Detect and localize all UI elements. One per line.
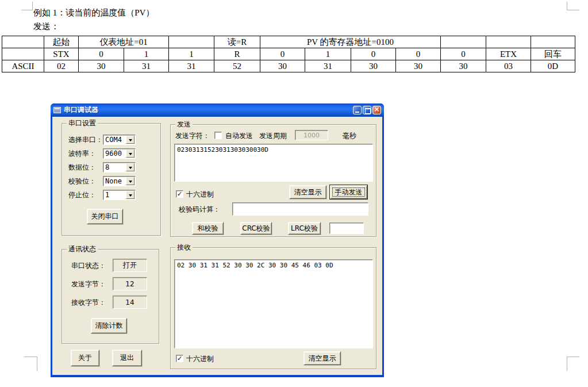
serial-settings-group: 串口设置 选择串口： COM4 波特率： 9600 数据位： 8 校验位： No… bbox=[62, 123, 161, 236]
table-cell: 31 bbox=[305, 60, 351, 72]
table-cell-start: 起始 bbox=[44, 36, 79, 48]
parity-value: None bbox=[105, 177, 122, 185]
window-client-area: 串口设置 选择串口： COM4 波特率： 9600 数据位： 8 校验位： No… bbox=[52, 117, 382, 375]
table-cell bbox=[169, 36, 214, 48]
window-titlebar[interactable]: 串口调试器 bbox=[51, 104, 384, 117]
minimize-button[interactable] bbox=[353, 106, 362, 114]
maximize-button[interactable] bbox=[363, 106, 371, 114]
data-bits-label: 数据位： bbox=[68, 163, 96, 172]
receive-hex-checkbox[interactable] bbox=[176, 355, 183, 362]
baud-rate-select[interactable]: 9600 bbox=[103, 148, 136, 159]
table-cell bbox=[486, 36, 531, 48]
parity-label: 校验位： bbox=[68, 177, 96, 186]
table-cell: 1 bbox=[305, 48, 351, 60]
table-row-chars: STX 0 1 1 R 0 1 0 0 0 ETX 回车 bbox=[2, 48, 575, 60]
crc-check-button[interactable]: CRC校验 bbox=[240, 222, 272, 235]
baud-rate-label: 波特率： bbox=[68, 149, 96, 158]
table-cell: 02 bbox=[44, 60, 79, 72]
sent-bytes-label: 发送字节： bbox=[71, 279, 106, 289]
exit-button[interactable]: 退出 bbox=[112, 350, 142, 366]
send-hex-label: 十六进制 bbox=[186, 190, 214, 199]
checksum-result-input[interactable] bbox=[329, 223, 364, 234]
table-cell: STX bbox=[44, 48, 79, 60]
serial-debugger-window: 串口调试器 串口设置 选择串口： COM4 波特率： 9600 数据位： 8 bbox=[51, 104, 384, 377]
table-cell: 0 bbox=[441, 48, 486, 60]
table-cell: 30 bbox=[260, 60, 305, 72]
table-cell bbox=[2, 48, 44, 60]
about-button[interactable]: 关于 bbox=[71, 350, 99, 366]
doc-heading: 例如 1：读当前的温度值（PV） bbox=[33, 7, 154, 18]
table-cell-address: 仪表地址=01 bbox=[79, 36, 169, 48]
send-hex-checkbox[interactable] bbox=[176, 190, 183, 198]
receive-hex-label: 十六进制 bbox=[186, 354, 214, 363]
send-data-textarea[interactable]: 02303131523031303030030D bbox=[174, 144, 373, 182]
serial-settings-title: 串口设置 bbox=[67, 119, 98, 127]
table-cell: 30 bbox=[396, 60, 441, 72]
comm-status-group: 通讯状态 串口状态： 打开 发送字节： 12 接收字节： 14 清除计数 bbox=[62, 249, 159, 344]
table-cell: 0D bbox=[531, 60, 575, 72]
table-cell bbox=[531, 36, 575, 48]
stop-bits-select[interactable]: 1 bbox=[103, 190, 136, 200]
send-chars-label: 发送字符： bbox=[175, 131, 210, 140]
received-bytes-value: 14 bbox=[113, 296, 147, 309]
received-bytes-label: 接收字节： bbox=[71, 298, 106, 307]
checksum-calc-label: 校验码计算： bbox=[179, 205, 220, 214]
chevron-down-icon[interactable] bbox=[126, 177, 134, 185]
send-period-input: 1000 bbox=[295, 130, 328, 140]
table-cell: 1 bbox=[124, 48, 169, 60]
table-cell: 31 bbox=[169, 60, 214, 72]
table-cell: 0 bbox=[260, 48, 305, 60]
receive-group: 接收 02 30 31 31 52 30 30 2C 30 30 45 46 0… bbox=[170, 247, 376, 369]
chevron-down-icon[interactable] bbox=[126, 191, 134, 199]
table-cell: 0 bbox=[396, 48, 441, 60]
auto-send-checkbox[interactable] bbox=[214, 132, 222, 139]
send-clear-display-button[interactable]: 清空显示 bbox=[289, 185, 326, 199]
margin-mark-bottom-right bbox=[567, 357, 579, 371]
chevron-down-icon[interactable] bbox=[126, 150, 134, 158]
table-cell: ASCII bbox=[2, 60, 44, 72]
checksum-input[interactable] bbox=[232, 202, 368, 216]
sum-check-button[interactable]: 和校验 bbox=[192, 222, 224, 235]
com-port-select[interactable]: COM4 bbox=[103, 135, 136, 145]
table-cell: 30 bbox=[351, 60, 396, 72]
lrc-check-button[interactable]: LRC校验 bbox=[288, 222, 321, 235]
doc-send-label: 发送： bbox=[33, 21, 59, 32]
send-group-title: 发送 bbox=[175, 120, 193, 128]
chevron-down-icon[interactable] bbox=[126, 136, 134, 144]
table-cell: 1 bbox=[169, 48, 214, 60]
table-cell: 30 bbox=[79, 60, 124, 72]
table-cell-register: PV 的寄存器地址=0100 bbox=[260, 36, 441, 48]
table-cell-read: 读=R bbox=[214, 36, 260, 48]
table-cell: 0 bbox=[79, 48, 124, 60]
data-bits-value: 8 bbox=[105, 163, 109, 171]
send-group: 发送 发送字符： 自动发送 发送周期 1000 毫秒 0230313152303… bbox=[170, 124, 376, 237]
baud-rate-value: 9600 bbox=[105, 150, 122, 158]
close-button[interactable] bbox=[372, 106, 381, 114]
margin-mark-bottom-left bbox=[24, 357, 37, 371]
com-port-value: COM4 bbox=[105, 136, 122, 144]
window-title: 串口调试器 bbox=[64, 105, 98, 115]
receive-clear-display-button[interactable]: 清空显示 bbox=[303, 351, 341, 365]
close-port-button[interactable]: 关闭串口 bbox=[87, 209, 123, 224]
com-port-label: 选择串口： bbox=[68, 135, 103, 144]
manual-send-button[interactable]: 手动发送 bbox=[330, 185, 367, 199]
table-row-header: 起始 仪表地址=01 读=R PV 的寄存器地址=0100 bbox=[2, 36, 575, 48]
table-cell bbox=[2, 36, 44, 48]
table-row-ascii: ASCII 02 30 31 31 52 30 31 30 30 30 03 0… bbox=[2, 60, 575, 72]
parity-select[interactable]: None bbox=[103, 176, 136, 186]
port-state-value: 打开 bbox=[113, 259, 147, 272]
table-cell: 30 bbox=[441, 60, 486, 72]
stop-bits-label: 停止位： bbox=[68, 190, 96, 200]
auto-send-label: 自动发送 bbox=[225, 131, 253, 140]
data-bits-select[interactable]: 8 bbox=[103, 162, 136, 173]
app-window-icon bbox=[53, 107, 61, 113]
chevron-down-icon[interactable] bbox=[126, 163, 134, 171]
clear-count-button[interactable]: 清除计数 bbox=[91, 318, 127, 334]
table-cell: R bbox=[214, 48, 260, 60]
send-period-label: 发送周期 bbox=[259, 131, 287, 140]
table-cell: 回车 bbox=[531, 48, 575, 60]
receive-data-textarea[interactable]: 02 30 31 31 52 30 30 2C 30 30 45 46 03 0… bbox=[174, 259, 373, 348]
milliseconds-label: 毫秒 bbox=[343, 131, 356, 140]
margin-mark-top-right bbox=[567, 2, 579, 10]
stop-bits-value: 1 bbox=[105, 191, 109, 199]
